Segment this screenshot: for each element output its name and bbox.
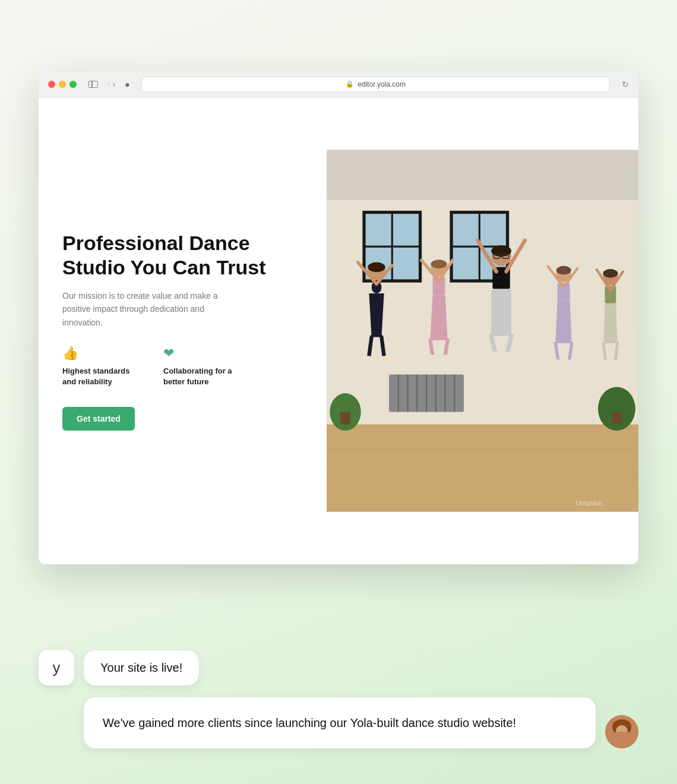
svg-point-76	[599, 360, 610, 365]
svg-point-67	[565, 359, 576, 364]
nav-arrows: ‹ ›	[107, 80, 115, 88]
chat-row-1: y Your site is live!	[39, 650, 638, 685]
svg-point-34	[379, 356, 391, 362]
hero-left-panel: Professional Dance Studio You Can Trust …	[39, 97, 327, 564]
feature-item-collaborating: ❤ Collaborating for a better future	[163, 346, 246, 387]
dance-studio-image: Unsplash	[327, 97, 638, 564]
chat-bubble-testimonial: We've gained more clients since launchin…	[84, 697, 596, 748]
svg-point-59	[556, 266, 571, 275]
feature-label-standards: Highest standards and reliability	[62, 366, 145, 387]
svg-point-36	[431, 260, 447, 268]
chat-bubble-live: Your site is live!	[84, 650, 199, 685]
svg-point-69	[603, 269, 618, 278]
svg-marker-30	[369, 293, 384, 337]
svg-point-57	[501, 352, 516, 358]
svg-rect-14	[340, 412, 350, 425]
feature-label-collaborating: Collaborating for a better future	[163, 366, 246, 387]
svg-point-27	[368, 262, 385, 272]
svg-point-66	[551, 359, 562, 364]
browser-window: ‹ › ● 🔒 editor.yola.com ↻ Professional D…	[39, 71, 638, 564]
maximize-button[interactable]	[69, 81, 77, 88]
svg-line-42	[445, 340, 447, 356]
svg-point-83	[612, 721, 619, 733]
hero-subtitle: Our mission is to create value and make …	[62, 289, 229, 329]
traffic-lights	[48, 81, 77, 88]
website-content: Professional Dance Studio You Can Trust …	[39, 97, 638, 564]
user-avatar	[605, 715, 638, 748]
svg-line-41	[430, 340, 432, 356]
hero-image-panel: Unsplash	[327, 97, 638, 564]
svg-rect-1	[327, 150, 638, 200]
svg-line-74	[603, 343, 605, 361]
svg-point-44	[440, 355, 453, 361]
heart-icon: ❤	[163, 346, 246, 361]
svg-point-13	[330, 393, 361, 431]
svg-rect-2	[327, 425, 638, 512]
hero-title: Professional Dance Studio You Can Trust	[62, 231, 303, 280]
forward-arrow-icon[interactable]: ›	[113, 80, 116, 88]
browser-toolbar: ‹ › ● 🔒 editor.yola.com ↻	[39, 71, 638, 97]
yola-letter: y	[53, 659, 61, 677]
features-row: 👍 Highest standards and reliability ❤ Co…	[62, 346, 303, 387]
url-text: editor.yola.com	[358, 80, 406, 88]
feature-item-standards: 👍 Highest standards and reliability	[62, 346, 145, 387]
close-button[interactable]	[48, 81, 55, 88]
chat-row-2: We've gained more clients since launchin…	[39, 697, 638, 748]
chat-bubble-1-text: Your site is live!	[100, 661, 182, 674]
sidebar-toggle-icon[interactable]	[88, 81, 98, 88]
svg-line-32	[381, 337, 384, 356]
svg-marker-63	[555, 301, 571, 343]
yola-avatar: y	[39, 650, 74, 685]
svg-marker-73	[603, 304, 617, 343]
minimize-button[interactable]	[59, 81, 66, 88]
shield-icon: ●	[125, 80, 134, 89]
svg-point-33	[362, 356, 374, 362]
svg-rect-53	[491, 289, 511, 336]
svg-line-31	[369, 337, 371, 356]
chat-bubble-2-text: We've gained more clients since launchin…	[103, 716, 516, 729]
address-bar[interactable]: 🔒 editor.yola.com	[141, 77, 610, 92]
svg-point-84	[624, 721, 631, 733]
svg-point-56	[486, 352, 501, 358]
back-arrow-icon[interactable]: ‹	[107, 80, 110, 88]
svg-rect-16	[612, 412, 622, 425]
svg-point-77	[611, 360, 622, 365]
svg-text:Unsplash: Unsplash	[576, 500, 602, 507]
svg-marker-40	[430, 295, 447, 340]
lock-icon: 🔒	[346, 80, 354, 88]
chat-section: y Your site is live! We've gained more c…	[39, 650, 638, 748]
svg-line-75	[615, 343, 617, 361]
reload-icon[interactable]: ↻	[622, 80, 629, 89]
get-started-button[interactable]: Get started	[62, 407, 135, 431]
svg-point-81	[612, 736, 631, 748]
svg-point-43	[425, 355, 438, 361]
thumbs-up-icon: 👍	[62, 346, 145, 361]
